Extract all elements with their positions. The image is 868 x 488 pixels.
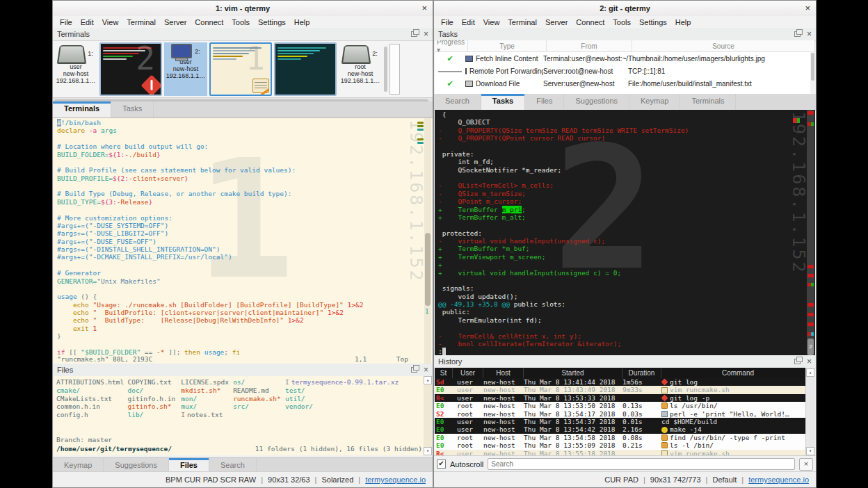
terminal-vscrollbar[interactable]: 2 <box>807 110 814 355</box>
float-panel-icon[interactable] <box>411 31 417 37</box>
menu-edit[interactable]: Edit <box>77 18 98 26</box>
terminal-thumbnail[interactable]: 2 <box>99 42 162 96</box>
menu-server[interactable]: Server <box>160 18 191 26</box>
left-close-icon[interactable]: × <box>421 1 427 16</box>
vscrollbar-thumb[interactable] <box>425 233 431 306</box>
close-panel-icon[interactable]: × <box>424 31 428 38</box>
terminal-thumbnail-partial[interactable] <box>389 44 400 95</box>
menu-terminal[interactable]: Terminal <box>504 18 541 26</box>
menu-terminal[interactable]: Terminal <box>122 18 160 26</box>
tab-files[interactable]: Files <box>525 94 564 110</box>
termysequence-link[interactable]: termysequence.io <box>748 475 809 484</box>
vim-vscrollbar[interactable]: 1 <box>424 118 431 364</box>
menu-connect[interactable]: Connect <box>572 18 609 26</box>
history-row[interactable]: E0usernew-hostThu Mar 8 13:54:37 20180.0… <box>435 418 815 425</box>
menu-settings[interactable]: Settings <box>254 18 290 26</box>
tab-tasks[interactable]: Tasks <box>111 101 154 117</box>
menu-help[interactable]: Help <box>671 18 696 26</box>
history-row[interactable]: E0rootnew-hostThu Mar 8 13:54:58 20180.0… <box>435 434 815 441</box>
clear-search-button[interactable]: × <box>799 458 813 471</box>
tasks-vscrollbar[interactable] <box>810 51 815 94</box>
history-column-header-started[interactable]: Started <box>524 368 622 378</box>
menu-settings[interactable]: Settings <box>635 18 671 26</box>
history-row[interactable]: Sdusernew-hostThu Mar 8 13:41:44 20181m5… <box>435 378 815 386</box>
file-item[interactable]: cmake/ <box>56 387 127 395</box>
menu-view[interactable]: View <box>98 18 123 26</box>
float-panel-icon[interactable] <box>411 367 417 373</box>
vim-terminal[interactable]: 1 192.168.1.152 #!/bin/bashdeclare -a ar… <box>54 117 432 364</box>
menu-tools[interactable]: Tools <box>227 18 254 26</box>
history-row[interactable]: S2rootnew-hostThu Mar 8 13:54:17 20180.0… <box>435 410 815 418</box>
close-panel-icon[interactable]: × <box>424 366 428 373</box>
search-input[interactable] <box>488 458 795 470</box>
tab-terminals[interactable]: Terminals <box>53 101 111 117</box>
vscrollbar-thumb[interactable]: 2 <box>807 339 814 355</box>
task-row[interactable]: ✔Download FileServer:user@new-hostFile:/… <box>435 77 815 90</box>
file-item[interactable]: ATTRIBUTIONS.html <box>56 378 127 387</box>
file-item[interactable]: runcmake.sh* <box>233 395 285 403</box>
float-panel-icon[interactable] <box>794 31 801 37</box>
close-panel-icon[interactable]: × <box>807 31 812 38</box>
file-item[interactable]: util/ <box>285 395 422 403</box>
tasks-column-header-from[interactable]: From <box>547 40 632 51</box>
scroll-up-button[interactable]: ▴ <box>806 368 814 377</box>
float-panel-icon[interactable] <box>794 359 801 364</box>
file-item[interactable]: vendor/ <box>285 402 422 411</box>
tab-tasks[interactable]: Tasks <box>481 94 525 110</box>
history-row[interactable]: E0usernew-hostThu Mar 8 13:43:49 20189m3… <box>435 386 815 393</box>
tasks-column-header-source[interactable]: Source <box>632 40 815 51</box>
tab-suggestions[interactable]: Suggestions <box>564 94 629 110</box>
task-row[interactable]: ✔Fetch Inline ContentTerminal:user@new-h… <box>435 52 815 65</box>
menu-server[interactable]: Server <box>541 18 572 26</box>
termysequence-link[interactable]: termysequence.io <box>365 475 426 484</box>
menu-file[interactable]: File <box>56 18 77 26</box>
tab-keymap[interactable]: Keymap <box>629 94 680 110</box>
file-item[interactable]: os/ <box>233 378 285 387</box>
file-item[interactable]: test/ <box>285 387 422 395</box>
server-thumbnail[interactable]: 2:rootnew-host192.168.1.1… <box>339 42 382 96</box>
menu-view[interactable]: View <box>479 18 504 26</box>
tab-search[interactable]: Search <box>434 94 481 110</box>
file-item[interactable]: mkdist.sh* <box>181 387 233 395</box>
file-item[interactable]: doc/ <box>127 387 181 395</box>
history-column-header-host[interactable]: Host <box>483 368 524 378</box>
history-row[interactable]: E0rootnew-hostThu Mar 8 13:55:09 20180.2… <box>435 441 815 449</box>
server-thumbnail[interactable]: 1:usernew-host192.168.1.1… <box>54 42 97 96</box>
left-titlebar[interactable]: 1: vim - qtermy × <box>53 1 433 17</box>
file-item[interactable]: mon/ <box>181 395 233 403</box>
history-column-header-user[interactable]: User <box>453 368 483 378</box>
history-column-header-st[interactable]: St <box>435 368 453 378</box>
history-column-header-command[interactable]: Command <box>661 368 815 378</box>
file-item[interactable]: gitinfo.h.in <box>127 395 181 403</box>
scroll-down-button[interactable]: ▾ <box>806 447 814 455</box>
right-close-icon[interactable]: × <box>805 1 810 16</box>
file-item[interactable]: README.md <box>233 387 285 395</box>
close-panel-icon[interactable]: × <box>807 358 812 365</box>
scroll-up-button[interactable]: ▴ <box>424 376 432 384</box>
menu-connect[interactable]: Connect <box>191 18 227 26</box>
menu-help[interactable]: Help <box>290 18 314 26</box>
file-item[interactable]: lib/ <box>127 411 181 419</box>
file-item[interactable]: Itermysequence-0.99.1.tar.xz <box>285 378 422 387</box>
file-item[interactable]: gitinfo.sh* <box>127 402 181 411</box>
menu-edit[interactable]: Edit <box>458 18 479 26</box>
tasks-column-header-progress[interactable]: Progress ▾ <box>435 40 468 51</box>
task-row[interactable]: Remote Port ForwardingServer:root@new-ho… <box>435 65 815 77</box>
right-titlebar[interactable]: 2: git - qtermy × <box>434 1 816 17</box>
tab-terminals[interactable]: Terminals <box>680 94 736 110</box>
file-item[interactable]: CMakeLists.txt <box>56 395 127 403</box>
menu-file[interactable]: File <box>437 18 458 26</box>
file-item[interactable]: src/ <box>233 402 285 411</box>
file-item[interactable]: mux/ <box>181 402 233 411</box>
history-row[interactable]: E0rootnew-hostThu Mar 8 13:53:50 20180.1… <box>435 402 815 409</box>
history-row[interactable]: R<usernew-hostThu Mar 8 13:53:33 2018git… <box>435 394 815 402</box>
git-terminal[interactable]: 2 192.168.1.152 { Q_OBJECT- Q_PROPERTY(Q… <box>435 110 815 355</box>
autoscroll-checkbox[interactable]: ✔ <box>437 459 446 469</box>
terminal-thumbnail[interactable] <box>274 42 337 96</box>
file-item[interactable]: Inotes.txt <box>181 411 233 419</box>
files-vscrollbar[interactable]: ▴ ▾ <box>424 376 432 455</box>
terminal-thumbnail[interactable]: 1 <box>209 42 272 96</box>
history-row[interactable]: E0usernew-hostThu Mar 8 13:54:42 20182.1… <box>435 425 815 433</box>
file-item[interactable]: LICENSE.spdx <box>181 378 233 387</box>
scroll-down-button[interactable]: ▾ <box>424 447 432 455</box>
